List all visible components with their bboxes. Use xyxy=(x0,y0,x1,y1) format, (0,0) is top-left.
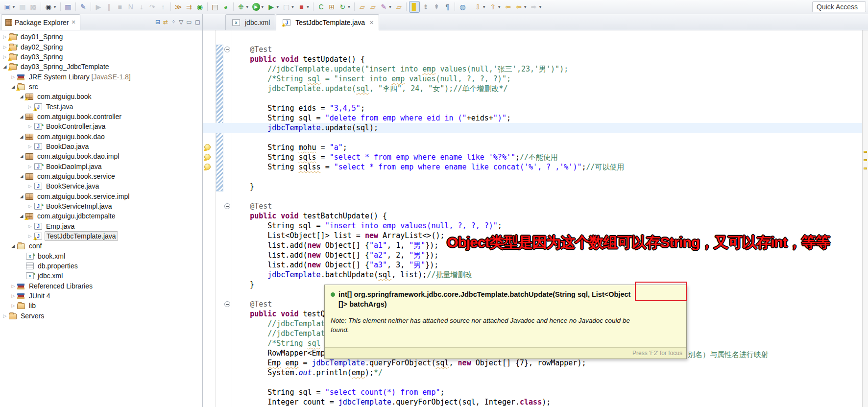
tree-item-bookserviceimpl-java[interactable]: ▷JsBookServiceImpl.java xyxy=(0,201,202,211)
expand-arrow-icon[interactable]: ▷ xyxy=(27,164,33,169)
expand-arrow-icon[interactable]: ▷ xyxy=(27,184,33,189)
minimize-icon[interactable]: ▭ xyxy=(186,19,192,25)
tree-item-testjdbctemplate-java[interactable]: ▷JTestJdbcTemplate.java xyxy=(0,231,202,241)
expand-arrow-icon[interactable]: ▷ xyxy=(2,313,8,318)
expand-arrow-icon[interactable]: ▷ xyxy=(10,293,16,298)
debug-button[interactable]: ❉▼ xyxy=(236,1,250,13)
expand-arrow-icon[interactable]: ▷ xyxy=(27,104,33,109)
expand-arrow-icon[interactable]: ▷ xyxy=(10,74,16,79)
tree-item-com-atguigu-book[interactable]: ◢com.atguigu.book xyxy=(0,92,202,101)
quickfix-lightbulb-icon[interactable] xyxy=(204,164,211,170)
collapse-arrow-icon[interactable]: ◢ xyxy=(10,84,16,89)
next-annotation-button[interactable]: ⇟ xyxy=(421,1,431,13)
last-edit-location-button[interactable]: ⇩▼ xyxy=(473,1,487,13)
tree-item-com-atguigu-book-dao[interactable]: ◢com.atguigu.book.dao xyxy=(0,131,202,141)
task-list-button[interactable]: ▤ xyxy=(210,1,220,13)
refresh-button[interactable]: ↻▼ xyxy=(338,1,352,13)
tree-item-com-atguigu-book-dao-impl[interactable]: ◢com.atguigu.book.dao.impl xyxy=(0,151,202,161)
dropdown-arrow-icon[interactable]: ▼ xyxy=(482,5,486,9)
back-button[interactable]: ⇦▼ xyxy=(514,1,528,13)
dropdown-arrow-icon[interactable]: ▼ xyxy=(276,5,280,9)
toggle-highlight-button[interactable]: ▊ xyxy=(409,1,420,13)
tree-item-lib[interactable]: ▷lib xyxy=(0,301,202,311)
focus-icon[interactable]: ⁘ xyxy=(171,19,176,25)
package-explorer-tree[interactable]: ▷sday01_Spring▷sday02_Spring▷sday03_Spri… xyxy=(0,32,202,407)
collapse-arrow-icon[interactable]: ◢ xyxy=(19,114,24,119)
step-over-button[interactable]: ↷ xyxy=(147,1,157,13)
account-button[interactable]: ◉▼ xyxy=(44,1,58,13)
tree-item-servers[interactable]: ▷Servers xyxy=(0,311,202,321)
close-tab-icon[interactable]: ✕ xyxy=(369,20,374,26)
tree-item-com-atguigu-book-service-impl[interactable]: ◢com.atguigu.book.service.impl xyxy=(0,192,202,201)
tree-item-com-atguigu-jdbctempalte[interactable]: ◢com.atguigu.jdbctempalte xyxy=(0,211,202,221)
close-icon[interactable]: ✕ xyxy=(72,19,76,25)
quickfix-lightbulb-icon[interactable] xyxy=(204,154,211,160)
tree-item-referenced-libraries[interactable]: ▷Referenced Libraries xyxy=(0,281,202,291)
tree-item-db-properties[interactable]: db.properties xyxy=(0,261,202,271)
expand-arrow-icon[interactable]: ▷ xyxy=(2,54,8,59)
open-type-button[interactable]: ▱ xyxy=(357,1,367,13)
resume-button[interactable]: ▶ xyxy=(94,1,103,13)
editor-tab-testjdbctemplate-java[interactable]: JTestJdbcTemplate.java✕ xyxy=(276,14,379,30)
tree-item-conf[interactable]: ◢conf xyxy=(0,241,202,251)
new-class-button[interactable]: C xyxy=(316,1,326,13)
tree-item-day01-spring[interactable]: ▷sday01_Spring xyxy=(0,32,202,42)
terminate-button[interactable]: ■ xyxy=(115,1,125,13)
dropdown-arrow-icon[interactable]: ▼ xyxy=(523,5,527,9)
editor-content[interactable]: @Test public void testUpdate() { //jdbcT… xyxy=(203,30,868,407)
tree-item-com-atguigu-book-controller[interactable]: ◢com.atguigu.book.controller xyxy=(0,112,202,121)
spring-dashboard-button[interactable]: ◕ xyxy=(221,1,231,13)
dropdown-arrow-icon[interactable]: ▼ xyxy=(12,5,16,9)
expand-arrow-icon[interactable]: ▷ xyxy=(27,234,33,239)
disconnect-button[interactable]: N xyxy=(126,1,136,13)
suspend-button[interactable]: ∥ xyxy=(104,1,114,13)
collapse-all-icon[interactable]: ⊟ xyxy=(155,19,160,25)
annotate-button[interactable]: ✎▼ xyxy=(379,1,393,13)
tree-item-book-xml[interactable]: xsbook.xml xyxy=(0,251,202,261)
tree-item-emp-java[interactable]: ▷JEmp.java xyxy=(0,221,202,231)
expand-arrow-icon[interactable]: ▷ xyxy=(2,45,8,49)
dropdown-arrow-icon[interactable]: ▼ xyxy=(306,5,310,9)
open-browser-button[interactable]: ◍ xyxy=(458,1,467,13)
package-explorer-tab[interactable]: Package Explorer ✕ xyxy=(1,14,80,30)
previous-edit-location-button[interactable]: ⇧▼ xyxy=(488,1,502,13)
tree-item-src[interactable]: ◢src xyxy=(0,82,202,92)
expand-arrow-icon[interactable]: ▷ xyxy=(27,204,33,209)
quick-access-box[interactable]: Quick Access xyxy=(812,1,866,12)
quickfix-lightbulb-icon[interactable] xyxy=(204,144,211,150)
tree-item-junit-4[interactable]: ▷JUnit 4 xyxy=(0,291,202,301)
warning-marker[interactable] xyxy=(864,151,867,153)
collapse-fold-icon[interactable] xyxy=(224,301,230,307)
overview-ruler[interactable] xyxy=(862,30,868,407)
warning-marker[interactable] xyxy=(864,168,867,169)
dropdown-arrow-icon[interactable]: ▼ xyxy=(497,5,501,9)
link-with-editor-icon[interactable]: ⇄ xyxy=(163,19,168,25)
dropdown-arrow-icon[interactable]: ▼ xyxy=(538,5,542,9)
tree-item-test-java[interactable]: ▷JTest.java xyxy=(0,101,202,111)
forward-button[interactable]: ⇨▼ xyxy=(529,1,543,13)
tree-item-day03-spring[interactable]: ▷sday03_Spring xyxy=(0,52,202,62)
collapse-arrow-icon[interactable]: ◢ xyxy=(19,134,24,139)
open-resource-button[interactable]: ▱ xyxy=(368,1,378,13)
warning-marker[interactable] xyxy=(864,159,867,161)
pin-editor-button[interactable]: ✎ xyxy=(78,1,88,13)
expand-arrow-icon[interactable]: ▷ xyxy=(2,34,8,39)
step-into-button[interactable]: ↓ xyxy=(137,1,146,13)
tree-item-bookdaoimpl-java[interactable]: ▷JsBookDaoImpl.java xyxy=(0,161,202,171)
expand-arrow-icon[interactable]: ▷ xyxy=(27,124,33,129)
dropdown-arrow-icon[interactable]: ▼ xyxy=(261,5,265,9)
run-external-button[interactable]: ▶▼ xyxy=(266,1,281,13)
collapse-arrow-icon[interactable]: ◢ xyxy=(2,64,8,69)
collapse-fold-icon[interactable] xyxy=(224,47,230,52)
stop-server-button[interactable]: ■▼ xyxy=(297,1,311,13)
prev-annotation-button[interactable]: ⇞ xyxy=(432,1,441,13)
power-button[interactable]: ◉ xyxy=(195,1,205,13)
collapse-arrow-icon[interactable]: ◢ xyxy=(19,174,24,179)
expand-arrow-icon[interactable]: ▷ xyxy=(27,144,33,149)
tree-item-bookcontroller-java[interactable]: ▷JsBookController.java xyxy=(0,121,202,131)
skip-breakpoints-button[interactable]: ⇉ xyxy=(184,1,194,13)
new-wizard-button[interactable]: ▣▼ xyxy=(2,1,17,13)
expand-arrow-icon[interactable]: ▷ xyxy=(27,224,33,229)
profile-button[interactable]: ▢▼ xyxy=(282,1,296,13)
tree-item-jre-system-library-[interactable]: ▷JRE System Library [JavaSE-1.8] xyxy=(0,72,202,81)
